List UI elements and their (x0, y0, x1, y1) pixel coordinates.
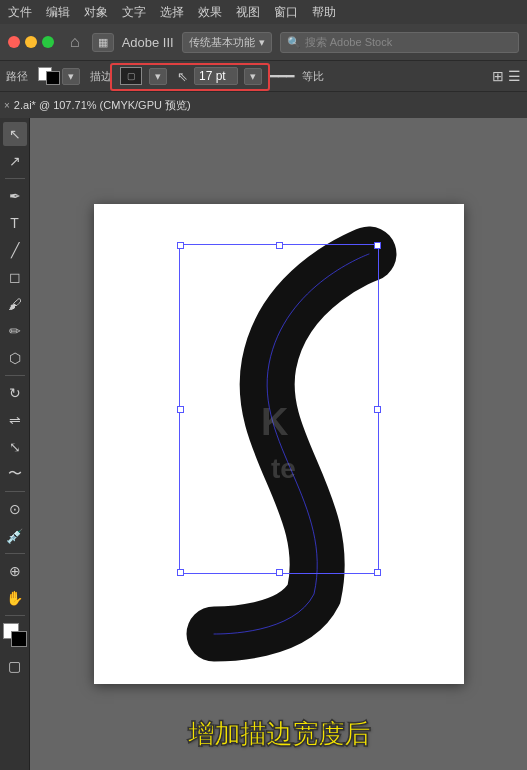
color-tools (3, 623, 27, 651)
toolbar-separator-1 (5, 178, 25, 179)
menu-bar: 文件 编辑 对象 文字 选择 效果 视图 窗口 帮助 (0, 0, 527, 24)
zoom-tool[interactable]: ⊕ (3, 559, 27, 583)
fill-selector[interactable] (38, 67, 60, 85)
eraser-tool[interactable]: ⬡ (3, 346, 27, 370)
fill-controls: ▾ (38, 67, 80, 85)
canvas-area: Kte 增加描边宽度后 (30, 118, 527, 770)
stroke-color-box[interactable]: ▢ (120, 67, 142, 85)
home-icon[interactable]: ⌂ (66, 31, 84, 53)
select-tool[interactable]: ↖ (3, 122, 27, 146)
stroke-width-input[interactable]: 17 pt (194, 67, 238, 85)
menu-effect[interactable]: 效果 (198, 4, 222, 21)
stroke-color-dropdown[interactable]: ▾ (149, 68, 167, 85)
close-window-button[interactable] (8, 36, 20, 48)
menu-view[interactable]: 视图 (236, 4, 260, 21)
menu-text[interactable]: 文字 (122, 4, 146, 21)
menu-file[interactable]: 文件 (8, 4, 32, 21)
menu-edit[interactable]: 编辑 (46, 4, 70, 21)
tab-bar: × 2.ai* @ 107.71% (CMYK/GPU 预览) (0, 92, 527, 118)
direct-select-tool[interactable]: ↗ (3, 149, 27, 173)
stock-search-bar[interactable]: 🔍 搜索 Adobe Stock (280, 32, 519, 53)
type-tool[interactable]: T (3, 211, 27, 235)
fg-bg-color-selector[interactable] (3, 623, 27, 647)
main-area: ↖ ↗ ✒ T ╱ ◻ 🖌 ✏ ⬡ ↻ ⇌ ⤡ 〜 ⊙ 💉 ⊕ ✋ ▢ (0, 118, 527, 770)
layout-icon[interactable]: ▦ (92, 33, 114, 52)
cursor-icon: ⇖ (177, 69, 188, 84)
options-bar: 路径 ▾ 描边 ▢ ▾ ⇖ 17 pt ▾ ━━━ 等比 ⊞ ☰ (0, 60, 527, 92)
background-color[interactable] (11, 631, 27, 647)
shape-svg (94, 204, 464, 684)
options-right-controls: ⊞ ☰ (492, 68, 521, 84)
menu-object[interactable]: 对象 (84, 4, 108, 21)
menu-help[interactable]: 帮助 (312, 4, 336, 21)
toolbar-separator-2 (5, 375, 25, 376)
maximize-window-button[interactable] (42, 36, 54, 48)
reflect-tool[interactable]: ⇌ (3, 408, 27, 432)
screen-mode-toggle[interactable]: ▢ (3, 654, 27, 678)
scale-tool[interactable]: ⤡ (3, 435, 27, 459)
fill-dropdown[interactable]: ▾ (62, 68, 80, 85)
title-bar: ⌂ ▦ Adobe III 传统基本功能 ▾ 🔍 搜索 Adobe Stock (0, 24, 527, 60)
hand-tool[interactable]: ✋ (3, 586, 27, 610)
pen-tool[interactable]: ✒ (3, 184, 27, 208)
artboard: Kte (94, 204, 464, 684)
align-left-icon[interactable]: ⊞ (492, 68, 504, 84)
toolbar-separator-4 (5, 553, 25, 554)
stroke-unit-dropdown[interactable]: ▾ (244, 68, 262, 85)
warp-tool[interactable]: 〜 (3, 462, 27, 486)
eyedropper-tool[interactable]: 💉 (3, 524, 27, 548)
line-tool[interactable]: ╱ (3, 238, 27, 262)
rotate-tool[interactable]: ↻ (3, 381, 27, 405)
workspace-dropdown[interactable]: 传统基本功能 ▾ (182, 32, 272, 53)
bottom-caption: 增加描边宽度后 (30, 717, 527, 752)
toolbar-separator-5 (5, 615, 25, 616)
tab-close-button[interactable]: × (4, 100, 10, 111)
menu-window[interactable]: 窗口 (274, 4, 298, 21)
traffic-lights (8, 36, 54, 48)
blend-tool[interactable]: ⊙ (3, 497, 27, 521)
menu-select[interactable]: 选择 (160, 4, 184, 21)
align-menu-icon[interactable]: ☰ (508, 68, 521, 84)
path-label: 路径 (6, 69, 28, 84)
search-icon: 🔍 (287, 36, 301, 49)
pencil-tool[interactable]: ✏ (3, 319, 27, 343)
dash-line-icon: ━━━ (270, 68, 294, 84)
toolbar-separator-3 (5, 491, 25, 492)
shape-tool[interactable]: ◻ (3, 265, 27, 289)
equal-ratio-label: 等比 (302, 69, 324, 84)
left-toolbar: ↖ ↗ ✒ T ╱ ◻ 🖌 ✏ ⬡ ↻ ⇌ ⤡ 〜 ⊙ 💉 ⊕ ✋ ▢ (0, 118, 30, 770)
tab-name[interactable]: 2.ai* @ 107.71% (CMYK/GPU 预览) (14, 98, 191, 113)
paintbrush-tool[interactable]: 🖌 (3, 292, 27, 316)
adobe-label: Adobe III (122, 35, 174, 50)
stroke-label: 描边 (90, 69, 112, 84)
minimize-window-button[interactable] (25, 36, 37, 48)
